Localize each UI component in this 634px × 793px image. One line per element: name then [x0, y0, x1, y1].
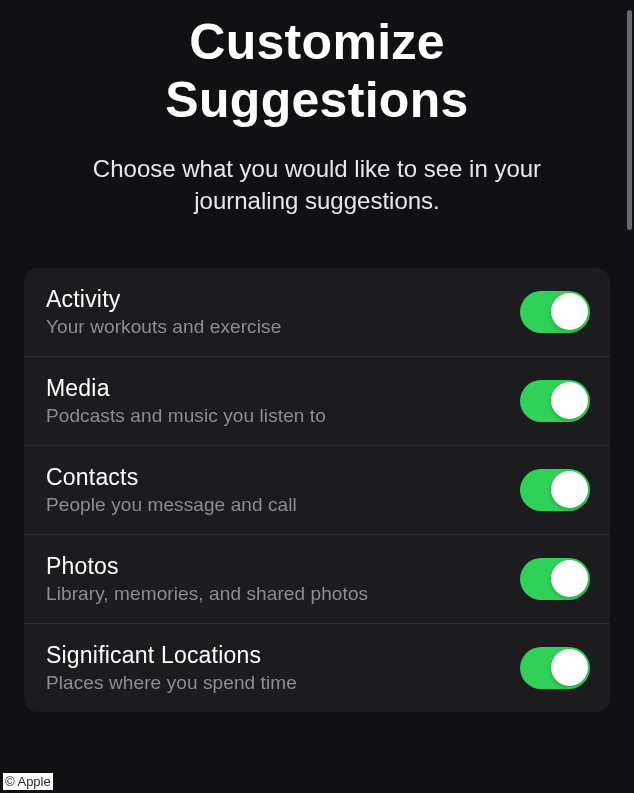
- settings-list: Activity Your workouts and exercise Medi…: [24, 268, 610, 712]
- setting-desc: Podcasts and music you listen to: [46, 405, 520, 427]
- page-title: Customize Suggestions: [24, 0, 610, 129]
- settings-screen: Customize Suggestions Choose what you wo…: [0, 0, 634, 712]
- attribution-label: © Apple: [3, 773, 53, 790]
- setting-title: Contacts: [46, 464, 520, 491]
- setting-text: Activity Your workouts and exercise: [46, 286, 520, 338]
- toggle-media[interactable]: [520, 380, 590, 422]
- toggle-knob: [551, 471, 588, 508]
- setting-row-significant-locations: Significant Locations Places where you s…: [24, 624, 610, 712]
- setting-title: Media: [46, 375, 520, 402]
- setting-title: Activity: [46, 286, 520, 313]
- toggle-knob: [551, 560, 588, 597]
- page-subtitle: Choose what you would like to see in you…: [24, 153, 610, 218]
- setting-title: Significant Locations: [46, 642, 520, 669]
- setting-desc: People you message and call: [46, 494, 520, 516]
- toggle-significant-locations[interactable]: [520, 647, 590, 689]
- setting-desc: Your workouts and exercise: [46, 316, 520, 338]
- toggle-knob: [551, 649, 588, 686]
- toggle-contacts[interactable]: [520, 469, 590, 511]
- setting-row-contacts: Contacts People you message and call: [24, 446, 610, 535]
- setting-desc: Library, memories, and shared photos: [46, 583, 520, 605]
- toggle-activity[interactable]: [520, 291, 590, 333]
- setting-row-photos: Photos Library, memories, and shared pho…: [24, 535, 610, 624]
- setting-row-activity: Activity Your workouts and exercise: [24, 268, 610, 357]
- setting-text: Contacts People you message and call: [46, 464, 520, 516]
- setting-title: Photos: [46, 553, 520, 580]
- setting-row-media: Media Podcasts and music you listen to: [24, 357, 610, 446]
- setting-desc: Places where you spend time: [46, 672, 520, 694]
- setting-text: Significant Locations Places where you s…: [46, 642, 520, 694]
- toggle-knob: [551, 382, 588, 419]
- toggle-knob: [551, 293, 588, 330]
- setting-text: Photos Library, memories, and shared pho…: [46, 553, 520, 605]
- scrollbar[interactable]: [627, 10, 632, 230]
- title-line-1: Customize: [189, 14, 445, 70]
- title-line-2: Suggestions: [165, 72, 468, 128]
- toggle-photos[interactable]: [520, 558, 590, 600]
- setting-text: Media Podcasts and music you listen to: [46, 375, 520, 427]
